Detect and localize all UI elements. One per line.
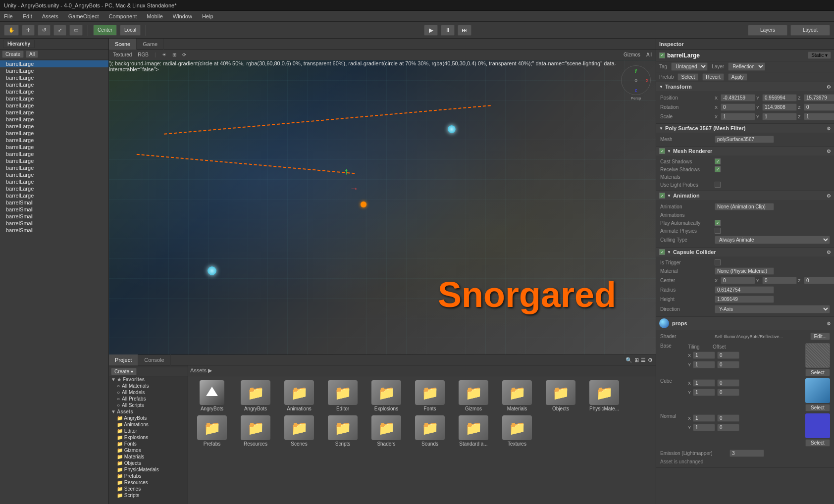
hierarchy-item[interactable]: barrelLarge (0, 95, 108, 102)
gizmos-dropdown[interactable]: Gizmos (622, 51, 642, 58)
collider-material-input[interactable] (715, 267, 774, 275)
menu-component[interactable]: Component (106, 12, 139, 20)
material-header[interactable]: props ⚙ (656, 317, 834, 330)
tree-all-models[interactable]: ○ All Models (109, 389, 188, 396)
object-active-checkbox[interactable] (659, 52, 665, 58)
asset-folder-item[interactable]: 📁Editor (323, 380, 363, 411)
is-trigger-checkbox[interactable] (715, 259, 721, 265)
hierarchy-item[interactable]: barrelLarge (0, 137, 108, 144)
tree-animations[interactable]: 📁 Animations (109, 421, 188, 428)
base-offset-x-input[interactable] (717, 352, 739, 359)
mesh-filter-header[interactable]: ▼ Poly Surface 3567 (Mesh Filter) ⚙ (656, 124, 834, 133)
capsule-collider-header[interactable]: ▼ Capsule Collider ⚙ (656, 248, 834, 256)
textured-dropdown[interactable]: Textured (111, 51, 134, 58)
tree-gizmos[interactable]: 📁 Gizmos (109, 447, 188, 454)
hierarchy-item[interactable]: barrelLarge (0, 157, 108, 164)
scale-y-input[interactable] (762, 113, 797, 120)
tree-materials[interactable]: 📁 Materials (109, 454, 188, 460)
asset-folder-item[interactable]: 📁Resources (236, 415, 275, 447)
scale-tool-button[interactable]: ⤢ (53, 25, 66, 36)
mesh-input[interactable] (715, 136, 774, 143)
asset-folder-item[interactable]: AngryBots (192, 380, 232, 411)
asset-folder-item[interactable]: 📁Gizmos (454, 380, 493, 411)
hierarchy-item[interactable]: barrelLarge (0, 123, 108, 130)
hierarchy-tab[interactable]: Hierarchy (3, 40, 35, 48)
normal-tiling-y-input[interactable] (693, 424, 715, 431)
hierarchy-item[interactable]: barrelLarge (0, 102, 108, 109)
scene-icon-3[interactable]: ⟳ (180, 51, 188, 58)
transform-settings-icon[interactable]: ⚙ (827, 84, 831, 90)
position-x-input[interactable] (721, 94, 755, 101)
project-tab[interactable]: Project (109, 354, 138, 365)
menu-file[interactable]: File (2, 12, 15, 20)
move-tool-button[interactable]: ✛ (22, 25, 35, 36)
project-icon-3[interactable]: ☰ (641, 357, 646, 363)
hand-tool-button[interactable]: ✋ (4, 25, 19, 36)
tree-all-materials[interactable]: ○ All Materials (109, 383, 188, 389)
hierarchy-item[interactable]: barrelLarge (0, 151, 108, 157)
hierarchy-item[interactable]: barrelLarge (0, 88, 108, 95)
hierarchy-item[interactable]: barrelLarge (0, 178, 108, 185)
base-tiling-x-input[interactable] (693, 352, 715, 359)
tree-scenes[interactable]: 📁 Scenes (109, 486, 188, 492)
tree-fonts[interactable]: 📁 Fonts (109, 441, 188, 447)
play-button[interactable]: ▶ (424, 25, 438, 36)
tag-dropdown[interactable]: Untagged (671, 62, 708, 71)
menu-edit[interactable]: Edit (21, 12, 34, 20)
menu-help[interactable]: Help (200, 12, 215, 20)
hierarchy-item[interactable]: barrelSmall (0, 220, 108, 227)
asset-folder-item[interactable]: 📁Prefabs (192, 415, 232, 447)
emission-input[interactable] (730, 450, 764, 457)
favorites-section[interactable]: ▼ ★ Favorites (109, 376, 188, 383)
rect-tool-button[interactable]: ▭ (69, 25, 83, 36)
tree-physicmaterials[interactable]: 📁 PhysicMaterials (109, 466, 188, 473)
asset-folder-item[interactable]: 📁Scenes (279, 415, 319, 447)
hierarchy-item[interactable]: barrelLarge (0, 109, 108, 116)
asset-folder-item[interactable]: 📁Explosions (366, 380, 406, 411)
local-button[interactable]: Local (120, 25, 141, 36)
culling-type-dropdown[interactable]: Always Animate (715, 236, 830, 244)
asset-folder-item[interactable]: 📁Animations (279, 380, 319, 411)
center-z-input[interactable] (804, 277, 834, 284)
use-light-probes-checkbox[interactable] (715, 182, 721, 188)
menu-gameobject[interactable]: GameObject (66, 12, 101, 20)
hierarchy-item[interactable]: barrelLarge (0, 60, 108, 67)
hierarchy-item[interactable]: barrelSmall (0, 206, 108, 213)
receive-shadows-checkbox[interactable] (715, 166, 721, 172)
console-tab[interactable]: Console (138, 354, 170, 365)
transform-header[interactable]: ▼ Transform ⚙ (656, 82, 834, 91)
animation-clip-input[interactable] (715, 203, 774, 210)
hierarchy-item[interactable]: barrelLarge (0, 185, 108, 192)
hierarchy-item[interactable]: barrelLarge (0, 192, 108, 199)
animation-header[interactable]: ▼ Animation ⚙ (656, 191, 834, 200)
normal-offset-x-input[interactable] (717, 414, 739, 422)
cube-offset-y-input[interactable] (717, 389, 739, 396)
scale-x-input[interactable] (721, 113, 755, 120)
layers-dropdown[interactable]: Layers (748, 25, 787, 36)
cube-tiling-x-input[interactable] (693, 379, 715, 387)
height-input[interactable] (715, 296, 774, 303)
layer-dropdown[interactable]: Reflection (728, 62, 765, 71)
assets-section[interactable]: ▼ Assets (109, 408, 188, 415)
cast-shadows-checkbox[interactable] (715, 158, 721, 164)
scene-view[interactable]: '); background-image: radial-gradient(ci… (109, 60, 656, 354)
normal-tiling-x-input[interactable] (693, 414, 715, 422)
hierarchy-item[interactable]: barrelSmall (0, 213, 108, 220)
hierarchy-item[interactable]: barrelLarge (0, 130, 108, 137)
pause-button[interactable]: ⏸ (441, 25, 455, 36)
tree-objects[interactable]: 📁 Objects (109, 460, 188, 466)
hierarchy-item[interactable]: barrelLarge (0, 116, 108, 123)
cube-select-button[interactable]: Select (805, 404, 830, 411)
rotate-tool-button[interactable]: ↺ (38, 25, 51, 36)
cube-tiling-y-input[interactable] (693, 389, 715, 396)
hierarchy-item[interactable]: barrelLarge (0, 74, 108, 81)
hierarchy-create-button[interactable]: Create (2, 50, 24, 58)
tree-scripts[interactable]: 📁 Scripts (109, 492, 188, 499)
rotation-y-input[interactable] (762, 103, 797, 111)
scene-all-dropdown[interactable]: All (644, 51, 654, 58)
position-z-input[interactable] (804, 94, 834, 101)
hierarchy-item[interactable]: barrelLarge (0, 164, 108, 171)
center-button[interactable]: Center (93, 25, 117, 36)
position-y-input[interactable] (762, 94, 797, 101)
rotation-z-input[interactable] (804, 103, 834, 111)
